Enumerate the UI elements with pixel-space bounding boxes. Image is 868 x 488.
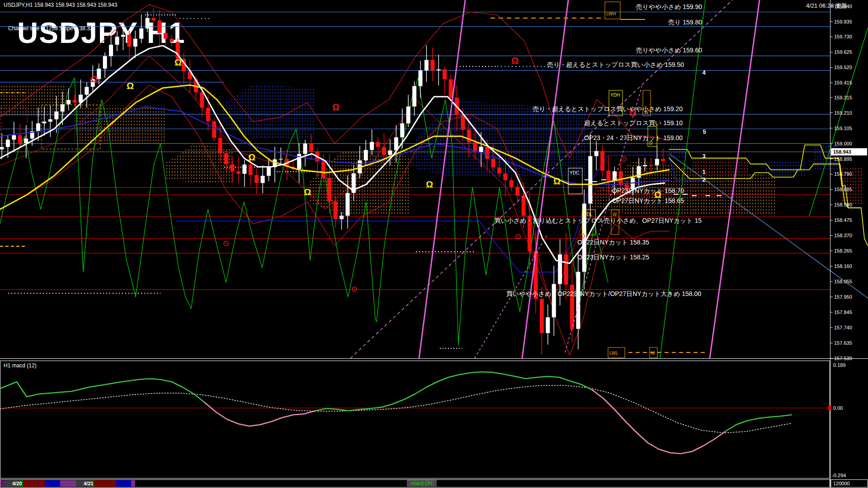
svg-text:5: 5: [703, 128, 706, 135]
candle: [594, 151, 599, 156]
session-box-label: LWH: [606, 11, 616, 16]
timeline-segment: [60, 480, 76, 487]
price-tick-label: 157.740: [834, 325, 852, 330]
candle: [503, 174, 507, 180]
price-tick-label: 159.520: [834, 65, 852, 70]
price-tick-label: 159.625: [834, 49, 852, 55]
session-box-label: YDL: [584, 212, 593, 217]
candle: [255, 175, 259, 183]
candle: [139, 28, 143, 39]
candle: [73, 100, 77, 103]
level-annotation: OP23・24・27日NYカット 159.00: [584, 134, 683, 141]
price-tick-label: 158.160: [834, 263, 852, 269]
price-tick-label: 159.105: [834, 126, 852, 131]
price-tick-label: 159.315: [834, 95, 852, 100]
candle: [437, 70, 441, 70]
candle: [588, 156, 592, 204]
candle: [327, 178, 331, 202]
candle: [146, 18, 150, 28]
timeline-segment: [116, 480, 131, 487]
candle: [230, 164, 234, 172]
candle: [491, 159, 495, 167]
svg-text:1: 1: [702, 169, 705, 175]
candle: [133, 39, 137, 47]
level-annotation: 超えるとストップロス買い 159.10: [584, 119, 683, 127]
candle: [236, 171, 241, 174]
svg-text:0.00: 0.00: [833, 405, 843, 411]
candle: [449, 80, 453, 98]
level-annotation: 売り・超えるとストップロス買いやや小さめ 159.20: [533, 105, 683, 113]
candle: [321, 161, 326, 178]
buy-marker-icon: Ω: [175, 57, 182, 67]
candle: [61, 104, 65, 112]
candle: [303, 144, 307, 154]
timeline-segment: [1, 480, 5, 487]
level-annotation: OP23日NYカット 158.70: [612, 187, 684, 194]
price-tick-label: 158.895: [834, 156, 852, 162]
candle: [261, 176, 265, 183]
candle: [18, 135, 22, 143]
candle: [121, 35, 125, 37]
candle: [6, 140, 10, 147]
candle: [425, 60, 429, 70]
buy-marker-icon: Ω: [127, 81, 134, 91]
macd-toggle-button[interactable]: macd ON: [407, 480, 437, 487]
candle: [564, 254, 568, 285]
candle: [42, 122, 46, 123]
session-box-label: YDH: [610, 93, 620, 98]
price-axis[interactable]: 159.940159.835159.730159.625159.520159.4…: [830, 0, 867, 488]
session-box-label: W: [613, 212, 617, 217]
session-box-label: LWL: [609, 351, 618, 356]
session-box-label: M: [651, 351, 655, 356]
candle: [522, 196, 526, 216]
level-annotation: OP27日NYカット 158.65: [612, 197, 684, 204]
candle: [497, 168, 501, 174]
svg-text:2: 2: [702, 176, 705, 183]
candle: [66, 100, 71, 104]
candle: [224, 153, 228, 164]
candle: [607, 171, 611, 181]
candle: [242, 164, 246, 174]
buy-marker-icon: Ω: [426, 179, 433, 189]
candle: [443, 70, 447, 80]
candle: [36, 123, 40, 131]
price-tick-label: 158.580: [834, 202, 852, 207]
candle: [267, 167, 271, 176]
candle: [552, 284, 556, 317]
level-annotation: OP22日NYカット 158.35: [577, 239, 649, 246]
level-annotation: 買いやや小さめ、OP22日NYカット/OP27日NYカット大きめ 158.00: [506, 290, 702, 297]
candle: [406, 107, 410, 123]
timeline-segment: [94, 480, 116, 487]
candle: [48, 119, 52, 122]
session-box-label: YDC: [570, 170, 579, 175]
candle: [618, 171, 623, 185]
chart-window: USDJPY H1 ΩΩΩΩΩΩΩΩΩΩΩLWHYDHWDYDCYDLWLWLM…: [0, 0, 868, 488]
price-tick-label: 157.845: [834, 310, 852, 315]
price-tick-label: 158.475: [834, 217, 852, 223]
candle: [54, 112, 58, 119]
svg-text:158.943: 158.943: [833, 149, 851, 155]
cloud-patch: [75, 106, 166, 144]
candle: [558, 254, 562, 284]
candle: [170, 39, 174, 42]
candle: [345, 193, 349, 216]
candle: [200, 92, 204, 108]
candle: [370, 142, 374, 150]
price-tick-label: 159.210: [834, 110, 852, 116]
candle: [382, 147, 386, 155]
candle: [661, 159, 665, 161]
main-chart-canvas[interactable]: ΩΩΩΩΩΩΩΩΩΩΩLWHYDHWDYDCYDLWLWLM45312売りやや小…: [0, 0, 868, 488]
candle: [127, 35, 131, 47]
candle: [164, 33, 168, 39]
macd-indicator-label: H1 macd (12): [4, 362, 37, 369]
price-tick-label: 157.530: [834, 356, 852, 361]
candle: [418, 70, 422, 86]
svg-text:-0.294: -0.294: [832, 473, 846, 478]
price-tick-label: 158.370: [834, 233, 852, 238]
level-annotation: 売り・超えるとストップロス買い小さめ 159.50: [547, 61, 684, 68]
candle: [655, 159, 659, 165]
candle: [461, 115, 465, 130]
candle: [24, 139, 28, 143]
level-annotation: 買い小さめ・割り込むとストップロス売り小さめ、OP27日NYカット 15: [494, 217, 702, 224]
candle: [249, 164, 253, 175]
